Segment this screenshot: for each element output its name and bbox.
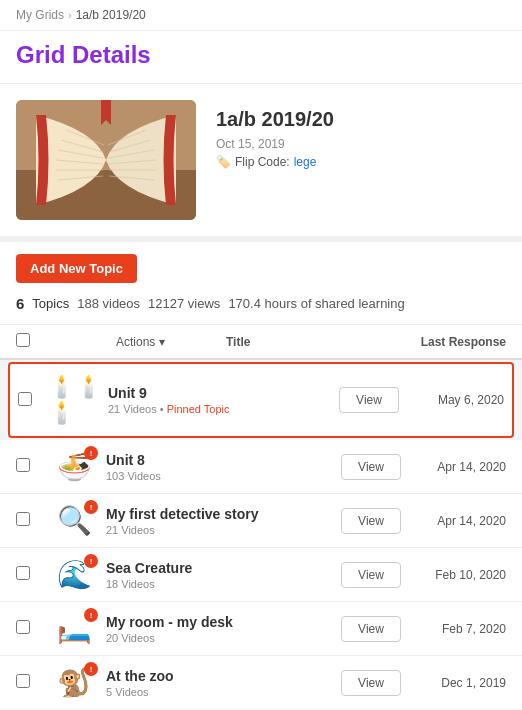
breadcrumb-parent[interactable]: My Grids: [16, 8, 64, 22]
row-checkbox-col: [18, 392, 48, 409]
topic-row: 🍜 ! Unit 8 103 Videos View Apr 14, 2020: [0, 440, 522, 494]
topics-label: Topics: [32, 296, 69, 311]
view-button-col: View: [336, 562, 406, 588]
topics-bar: Add New Topic 6 Topics 188 videos 12127 …: [0, 242, 522, 325]
topic-icon: 🍜 !: [46, 450, 102, 483]
topic-icon: 🌊 !: [46, 558, 102, 591]
breadcrumb-current: 1a/b 2019/20: [76, 8, 146, 22]
grid-info: 1a/b 2019/20 Oct 15, 2019 🏷️ Flip Code: …: [216, 100, 506, 169]
flip-code[interactable]: lege: [294, 155, 317, 169]
row-checkbox[interactable]: [16, 512, 30, 526]
topic-title: My first detective story: [106, 506, 336, 522]
topic-title: At the zoo: [106, 668, 336, 684]
grid-date: Oct 15, 2019: [216, 137, 506, 151]
topic-sub: 103 Videos: [106, 470, 336, 482]
row-checkbox[interactable]: [16, 620, 30, 634]
topic-icon: 🐒 !: [46, 666, 102, 699]
topics-stats: 6 Topics 188 videos 12127 views 170.4 ho…: [16, 295, 405, 312]
view-button-col: View: [336, 454, 406, 480]
actions-label: Actions: [116, 335, 155, 349]
topic-details: Unit 9 21 Videos • Pinned Topic: [104, 385, 334, 415]
header-checkbox-col: [16, 333, 46, 350]
topic-row: 🕯️🕯️🕯️ Unit 9 21 Videos • Pinned Topic V…: [8, 362, 514, 438]
view-button-col: View: [336, 670, 406, 696]
notification-badge: !: [84, 554, 98, 568]
breadcrumb: My Grids › 1a/b 2019/20: [0, 0, 522, 31]
topic-details: Unit 8 103 Videos: [102, 452, 336, 482]
row-checkbox-col: [16, 458, 46, 475]
hours-label: 170.4 hours of shared learning: [228, 296, 404, 311]
row-checkbox[interactable]: [16, 674, 30, 688]
videos-count: 188 videos: [77, 296, 140, 311]
row-checkbox-col: [16, 674, 46, 691]
topic-title: My room - my desk: [106, 614, 336, 630]
notification-badge: !: [84, 608, 98, 622]
notification-badge: !: [84, 500, 98, 514]
topic-icon: 🔍 !: [46, 504, 102, 537]
row-checkbox-col: [16, 620, 46, 637]
view-button[interactable]: View: [341, 562, 401, 588]
title-column-header: Title: [226, 335, 336, 349]
notification-badge: !: [84, 446, 98, 460]
topic-icon: 🕯️🕯️🕯️: [48, 374, 104, 426]
grid-flip: 🏷️ Flip Code: lege: [216, 155, 506, 169]
grid-name: 1a/b 2019/20: [216, 108, 506, 131]
flip-label: Flip Code:: [235, 155, 290, 169]
grid-detail-card: 1a/b 2019/20 Oct 15, 2019 🏷️ Flip Code: …: [0, 84, 522, 242]
topic-row: 🔍 ! My first detective story 21 Videos V…: [0, 494, 522, 548]
table-header: Actions ▾ Title Last Response: [0, 325, 522, 360]
row-checkbox-col: [16, 566, 46, 583]
topic-sub: 20 Videos: [106, 632, 336, 644]
topic-details: My room - my desk 20 Videos: [102, 614, 336, 644]
actions-dropdown[interactable]: Actions ▾: [116, 335, 226, 349]
topic-sub: 5 Videos: [106, 686, 336, 698]
view-button[interactable]: View: [341, 508, 401, 534]
view-button[interactable]: View: [339, 387, 399, 413]
row-checkbox-col: [16, 512, 46, 529]
chevron-down-icon: ▾: [159, 335, 165, 349]
last-response-column-header: Last Response: [406, 335, 506, 349]
view-button[interactable]: View: [341, 616, 401, 642]
views-count: 12127 views: [148, 296, 220, 311]
view-button[interactable]: View: [341, 670, 401, 696]
last-response-cell: Feb 7, 2020: [406, 622, 506, 636]
last-response-cell: Feb 10, 2020: [406, 568, 506, 582]
topic-title: Unit 8: [106, 452, 336, 468]
topic-row: 🛏️ ! My room - my desk 20 Videos View Fe…: [0, 602, 522, 656]
view-button[interactable]: View: [341, 454, 401, 480]
last-response-cell: May 6, 2020: [404, 393, 504, 407]
topic-row: 🐒 ! At the zoo 5 Videos View Dec 1, 2019: [0, 656, 522, 710]
select-all-checkbox[interactable]: [16, 333, 30, 347]
add-new-topic-button[interactable]: Add New Topic: [16, 254, 137, 283]
row-checkbox[interactable]: [18, 392, 32, 406]
notification-badge: !: [84, 662, 98, 676]
last-response-cell: Apr 14, 2020: [406, 514, 506, 528]
last-response-cell: Apr 14, 2020: [406, 460, 506, 474]
row-checkbox[interactable]: [16, 566, 30, 580]
page-title: Grid Details: [16, 41, 506, 69]
view-button-col: View: [334, 387, 404, 413]
topic-row: 🌊 ! Sea Creature 18 Videos View Feb 10, …: [0, 548, 522, 602]
topic-sub: 21 Videos: [106, 524, 336, 536]
breadcrumb-chevron: ›: [68, 9, 72, 21]
last-response-cell: Dec 1, 2019: [406, 676, 506, 690]
topics-list: 🕯️🕯️🕯️ Unit 9 21 Videos • Pinned Topic V…: [0, 362, 522, 710]
grid-thumbnail: [16, 100, 196, 220]
row-checkbox[interactable]: [16, 458, 30, 472]
flip-icon: 🏷️: [216, 155, 231, 169]
topic-details: At the zoo 5 Videos: [102, 668, 336, 698]
topic-icon: 🛏️ !: [46, 612, 102, 645]
topic-sub: 18 Videos: [106, 578, 336, 590]
topic-title: Sea Creature: [106, 560, 336, 576]
topic-title: Unit 9: [108, 385, 334, 401]
topics-count: 6: [16, 295, 24, 312]
view-button-col: View: [336, 616, 406, 642]
topic-details: My first detective story 21 Videos: [102, 506, 336, 536]
topic-sub: 21 Videos • Pinned Topic: [108, 403, 334, 415]
page-title-section: Grid Details: [0, 31, 522, 84]
view-button-col: View: [336, 508, 406, 534]
topic-details: Sea Creature 18 Videos: [102, 560, 336, 590]
